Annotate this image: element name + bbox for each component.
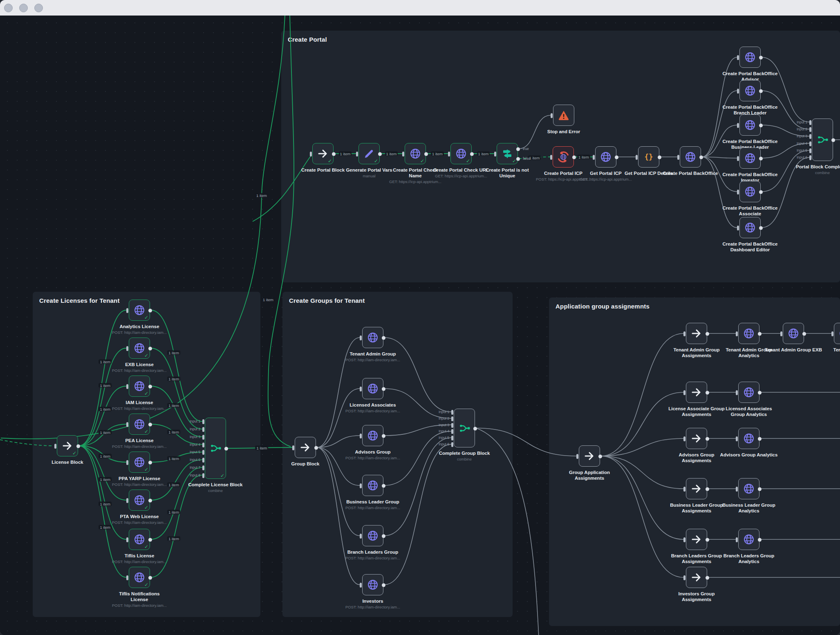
input-port[interactable] [451, 442, 453, 447]
node-lic5[interactable]: ✓ [129, 452, 150, 473]
output-port[interactable] [706, 332, 709, 336]
output-port[interactable] [699, 156, 703, 159]
output-port[interactable] [516, 148, 520, 151]
output-port[interactable] [148, 385, 152, 389]
node-checkurl[interactable]: ✓ [450, 143, 472, 164]
output-port[interactable] [706, 538, 709, 542]
input-port[interactable] [202, 443, 204, 447]
node-checkname[interactable]: ✓ [405, 143, 426, 164]
titlebar[interactable] [0, 0, 840, 16]
node-grp3[interactable] [362, 425, 383, 446]
output-port[interactable] [473, 427, 477, 430]
output-port[interactable] [314, 446, 318, 450]
input-port[interactable] [54, 444, 56, 449]
input-port[interactable] [451, 436, 453, 440]
node-icp[interactable] [553, 146, 574, 168]
input-port[interactable] [809, 141, 811, 146]
output-port[interactable] [76, 445, 80, 448]
node-groupblock[interactable] [295, 437, 316, 458]
output-port[interactable] [759, 56, 763, 60]
output-port[interactable] [148, 309, 152, 313]
input-port[interactable] [360, 534, 362, 539]
node-bo4[interactable] [739, 148, 761, 169]
node-lic3[interactable]: ✓ [129, 376, 150, 397]
output-port[interactable] [831, 139, 835, 142]
input-port[interactable] [126, 422, 128, 427]
node-brga[interactable] [686, 529, 707, 550]
output-port[interactable] [758, 332, 762, 336]
node-aga[interactable] [686, 428, 707, 449]
input-port[interactable] [737, 89, 739, 94]
input-port[interactable] [550, 155, 552, 160]
output-port[interactable] [758, 437, 762, 441]
input-port[interactable] [451, 429, 453, 434]
input-port[interactable] [683, 537, 685, 542]
node-lic2[interactable]: ✓ [129, 338, 150, 359]
input-port[interactable] [809, 155, 811, 160]
input-port[interactable] [683, 487, 685, 492]
input-port[interactable] [126, 346, 128, 351]
input-port[interactable] [683, 390, 685, 395]
node-cpbo[interactable] [680, 146, 701, 168]
input-port[interactable] [677, 155, 679, 160]
input-port[interactable] [809, 148, 811, 153]
output-port[interactable] [572, 156, 576, 159]
node-lic6[interactable]: ✓ [129, 490, 150, 511]
maximize-window-icon[interactable] [34, 4, 43, 12]
input-port[interactable] [451, 423, 453, 428]
input-port[interactable] [360, 483, 362, 488]
input-port[interactable] [202, 458, 204, 463]
output-port[interactable] [802, 332, 806, 336]
node-blga[interactable] [686, 478, 707, 499]
output-port[interactable] [148, 347, 152, 351]
input-port[interactable] [126, 308, 128, 313]
input-port[interactable] [202, 427, 204, 432]
node-lic4[interactable]: ✓ [129, 414, 150, 435]
output-port[interactable] [382, 387, 385, 391]
input-port[interactable] [202, 465, 204, 470]
output-port[interactable] [759, 89, 763, 93]
node-laga[interactable] [686, 382, 707, 403]
output-port[interactable] [615, 156, 618, 159]
node-lic8[interactable]: ✓ [129, 567, 150, 588]
output-port[interactable] [658, 156, 661, 159]
output-port[interactable] [148, 423, 152, 427]
output-port[interactable] [424, 152, 428, 156]
input-port[interactable] [202, 473, 204, 478]
output-port[interactable] [759, 124, 763, 127]
node-licblock[interactable]: ✓ [57, 435, 78, 456]
output-port[interactable] [382, 434, 385, 438]
input-port[interactable] [202, 419, 204, 424]
node-bo3[interactable] [739, 114, 761, 136]
node-clb[interactable]: ✓ [205, 418, 226, 479]
node-icpdetails[interactable]: {} [638, 146, 659, 168]
node-tagexb[interactable] [783, 323, 804, 344]
output-port[interactable] [706, 487, 709, 491]
output-port[interactable] [758, 538, 762, 542]
input-port[interactable] [736, 436, 738, 441]
input-port[interactable] [737, 190, 739, 195]
node-grp2[interactable] [362, 378, 383, 399]
connection-wire[interactable] [317, 389, 360, 447]
input-port[interactable] [126, 384, 128, 389]
node-cgb[interactable] [454, 409, 475, 447]
input-port[interactable] [737, 123, 739, 128]
node-notunique[interactable]: ✓ [497, 143, 518, 164]
input-port[interactable] [310, 152, 312, 157]
input-port[interactable] [736, 487, 738, 492]
node-lic7[interactable]: ✓ [129, 529, 150, 550]
node-lic1[interactable]: ✓ [129, 300, 150, 321]
output-port[interactable] [470, 152, 474, 156]
input-port[interactable] [451, 416, 453, 421]
input-port[interactable] [831, 331, 833, 336]
node-agan[interactable] [738, 428, 759, 449]
output-port[interactable] [148, 576, 152, 580]
input-port[interactable] [576, 454, 578, 459]
input-port[interactable] [737, 156, 739, 161]
node-iga[interactable] [686, 567, 707, 588]
input-port[interactable] [780, 331, 782, 336]
connection-wire[interactable] [317, 447, 360, 585]
connection-wire[interactable] [268, 16, 294, 447]
input-port[interactable] [683, 331, 685, 336]
output-port[interactable] [758, 391, 762, 395]
